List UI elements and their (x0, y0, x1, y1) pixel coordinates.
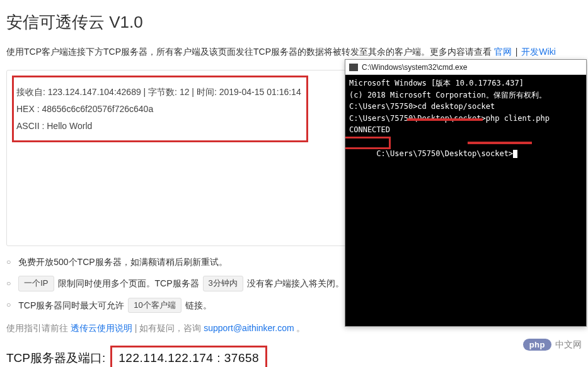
annotation-underline-php (468, 142, 532, 144)
note-2-pill-ip: 一个IP (18, 276, 54, 291)
cmd-icon (349, 64, 358, 71)
note-3-pill-clients: 10个客户端 (128, 298, 181, 313)
annotation-underline-cd (407, 118, 483, 121)
cmd-line-4: C:\Users\75750>cd desktop/socket (349, 101, 582, 113)
note-2-suffix: 没有客户端接入将关闭。 (247, 276, 344, 290)
note-1-text: 免费开放500个TCP服务器，如满额请稍后刷新重试。 (18, 255, 227, 269)
server-label: TCP服务器及端口: (6, 350, 105, 366)
link-separator: | (516, 47, 518, 57)
cmd-title-text: C:\Windows\system32\cmd.exe (362, 63, 467, 72)
desc-text: 使用TCP客户端连接下方TCP服务器，所有客户端及该页面发往TCP服务器的数据将… (6, 47, 494, 57)
received-hex: HEX : 48656c6c6f20576f726c640a (16, 101, 301, 118)
cmd-line-7: CONNECTED (349, 124, 582, 136)
guide-mid: | 如有疑问，咨询 (135, 323, 204, 333)
server-row: TCP服务器及端口: 122.114.122.174 : 37658 (6, 346, 582, 367)
link-guide[interactable]: 透传云使用说明 (71, 323, 132, 333)
note-2-pill-time: 3分钟内 (203, 276, 243, 291)
cmd-line-1: Microsoft Windows [版本 10.0.17763.437] (349, 77, 582, 89)
php-badge: php 中文网 (523, 339, 582, 351)
cmd-line-2: (c) 2018 Microsoft Corporation。保留所有权利。 (349, 89, 582, 101)
php-text: 中文网 (555, 339, 582, 351)
received-ascii: ASCII : Hello World (16, 118, 301, 135)
guide-prefix: 使用指引请前往 (6, 323, 71, 333)
cmd-body[interactable]: Microsoft Windows [版本 10.0.17763.437] (c… (345, 75, 586, 326)
php-pill: php (523, 339, 551, 351)
link-email[interactable]: support@aithinker.com (204, 323, 294, 333)
cmd-titlebar[interactable]: C:\Windows\system32\cmd.exe (345, 60, 586, 75)
cmd-cursor (513, 150, 517, 158)
server-address-box: 122.114.122.174 : 37658 (110, 346, 267, 367)
page-title: 安信可透传云 V1.0 (6, 11, 582, 33)
received-highlight-box: 接收自: 123.124.147.104:42689 | 字节数: 12 | 时… (12, 76, 308, 142)
guide-suffix: 。 (296, 323, 305, 333)
link-website[interactable]: 官网 (494, 47, 512, 57)
received-meta: 接收自: 123.124.147.104:42689 | 字节数: 12 | 时… (16, 84, 301, 101)
note-3-suffix: 链接。 (185, 298, 212, 312)
page-description: 使用TCP客户端连接下方TCP服务器，所有客户端及该页面发往TCP服务器的数据将… (6, 45, 582, 59)
link-wiki[interactable]: 开发Wiki (521, 47, 555, 57)
cmd-line-8: C:\Users\75750\Desktop\socket> (349, 136, 582, 171)
cmd-window[interactable]: C:\Windows\system32\cmd.exe Microsoft Wi… (345, 59, 587, 327)
cmd-line-8-text: C:\Users\75750\Desktop\socket> (376, 149, 513, 158)
note-3-prefix: TCP服务器同时最大可允许 (18, 298, 124, 312)
note-2-mid: 限制同时使用多个页面。TCP服务器 (58, 276, 199, 290)
